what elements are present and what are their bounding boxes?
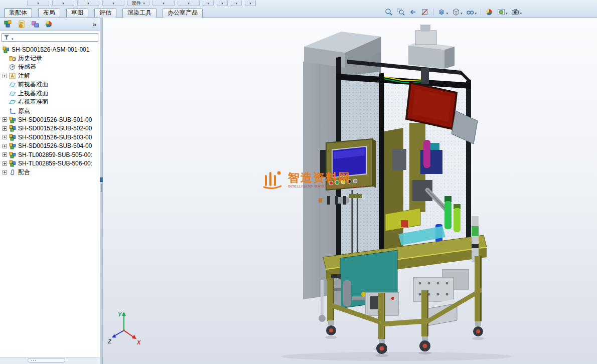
plane-icon [9, 81, 16, 88]
subassembly-icon [9, 125, 16, 132]
subassembly-icon [9, 134, 16, 141]
tree-item-mates[interactable]: 配合 [0, 168, 100, 177]
solidworks-window: 部件 装配体 布局 草图 评估 渲染工具 办公室产品 [0, 0, 597, 364]
plane-icon [9, 99, 16, 105]
ribbon-button-stub[interactable] [27, 1, 49, 6]
expand-icon[interactable] [3, 126, 7, 131]
ribbon-button-stub[interactable] [77, 1, 99, 6]
previous-view-icon[interactable] [408, 8, 418, 17]
tree-item-origin[interactable]: 原点 [0, 107, 100, 116]
command-manager: 部件 装配体 布局 草图 评估 渲染工具 办公室产品 [0, 0, 597, 18]
tree-item-top-plane[interactable]: 上视基准面 [0, 89, 100, 98]
assembly-icon [3, 46, 10, 53]
dropdown-arrow-icon [143, 1, 145, 6]
tree-item-right-plane[interactable]: 右视基准面 [0, 98, 100, 107]
annotations-icon [9, 73, 16, 79]
ribbon-button-stub[interactable] [52, 1, 74, 6]
toolbar-separator [481, 9, 481, 16]
tree-root-label: SH-SD001526-ASM-001-001 [12, 46, 89, 53]
displaymanager-icon[interactable] [44, 20, 53, 29]
ribbon-button-stub[interactable] [245, 1, 256, 6]
tab-sketch[interactable]: 草图 [66, 8, 88, 18]
dropdown-arrow-icon [520, 8, 522, 17]
dropdown-arrow-icon [249, 1, 251, 6]
featuremanager-tree-icon[interactable] [4, 20, 13, 29]
coordinate-triad: Y X Z [107, 309, 143, 347]
apply-scene-icon[interactable] [496, 7, 509, 17]
view-orientation-icon[interactable] [436, 7, 449, 17]
expand-icon[interactable] [3, 161, 7, 166]
triad-x-label: X [136, 339, 141, 345]
tree-root-assembly[interactable]: SH-SD001526-ASM-001-001 [0, 45, 100, 54]
tab-assembly[interactable]: 装配体 [4, 8, 32, 18]
tab-render-tools[interactable]: 渲染工具 [122, 8, 157, 18]
dropdown-arrow-icon [112, 1, 114, 6]
tree-item-subassembly[interactable]: SH-SD001526-SUB-504-00 [0, 142, 100, 151]
zoom-area-icon[interactable] [396, 8, 406, 17]
tree-item-annotations[interactable]: 注解 [0, 72, 100, 81]
dropdown-arrow-icon [475, 8, 477, 17]
configurationmanager-icon[interactable] [31, 20, 40, 29]
view-settings-icon[interactable] [510, 7, 523, 17]
tree-item-subassembly[interactable]: SH-SD001526-SUB-502-00 [0, 124, 100, 133]
dropdown-arrow-icon [163, 1, 165, 6]
expand-icon[interactable] [3, 74, 7, 78]
hscrollbar-thumb[interactable] [28, 358, 65, 362]
section-view-icon[interactable] [420, 8, 430, 17]
tree-item-history[interactable]: 历史记录 [0, 54, 100, 63]
ribbon-button-stub[interactable] [231, 1, 242, 6]
plane-icon [9, 90, 16, 97]
ribbon-button-stub[interactable] [102, 1, 124, 6]
triad-z-label: Z [107, 338, 112, 344]
ribbon-stub-label: 部件 [132, 0, 141, 7]
ribbon-button-stub[interactable] [217, 1, 228, 6]
dropdown-arrow-icon [506, 8, 508, 17]
tree-item-subassembly[interactable]: SH-SD001526-SUB-501-00 [0, 115, 100, 124]
ribbon-button-stub[interactable] [178, 1, 200, 6]
tab-layout[interactable]: 布局 [38, 8, 60, 18]
tree-item-sensors[interactable]: 传感器 [0, 63, 100, 72]
tree-item-subassembly[interactable]: SH-SD001526-SUB-503-00 [0, 133, 100, 142]
feature-panel-hscrollbar[interactable] [0, 357, 100, 364]
mates-icon [9, 169, 16, 175]
zoom-fit-icon[interactable] [384, 8, 394, 17]
feature-panel-toolbar: » [0, 18, 100, 31]
feature-manager-panel: » SH-SD001526-ASM-001-001 [0, 18, 100, 364]
expand-icon[interactable] [3, 117, 7, 122]
dropdown-arrow-icon [37, 1, 39, 6]
heads-up-view-toolbar [384, 7, 523, 17]
graphics-area[interactable]: 智造资料网 INTELLIGENT MANUFACTURING DATA NET… [103, 18, 597, 364]
dropdown-arrow-icon [461, 8, 463, 17]
watermark-logo-icon [261, 168, 284, 191]
filter-funnel-icon [4, 34, 10, 41]
filter-input[interactable] [2, 33, 98, 42]
ribbon-partial-buttons: 部件 [0, 0, 597, 6]
watermark-subtitle: INTELLIGENT MANUFACTURING DATA NET [288, 185, 368, 188]
tab-evaluate[interactable]: 评估 [94, 8, 116, 18]
feature-filter-row [0, 31, 100, 44]
expand-icon[interactable] [3, 144, 7, 148]
dropdown-arrow-icon [62, 1, 64, 6]
display-style-icon[interactable] [451, 7, 464, 17]
subassembly-icon [9, 142, 16, 149]
sensors-icon [9, 64, 16, 70]
origin-icon [9, 108, 16, 114]
tree-item-subassembly[interactable]: SH-TL002859-SUB-506-00: [0, 159, 100, 168]
ribbon-button-stub-component[interactable]: 部件 [127, 1, 150, 6]
propertymanager-icon[interactable] [17, 20, 26, 29]
ribbon-button-stub[interactable] [203, 1, 214, 6]
dropdown-arrow-icon [87, 1, 89, 6]
tree-item-front-plane[interactable]: 前视基准面 [0, 80, 100, 89]
ribbon-button-stub[interactable] [153, 1, 175, 6]
splitter-grip[interactable] [101, 184, 102, 192]
tree-item-subassembly[interactable]: SH-TL002859-SUB-505-00: [0, 150, 100, 159]
expand-icon[interactable] [3, 135, 7, 139]
edit-appearance-icon[interactable] [484, 8, 494, 17]
tab-office-products[interactable]: 办公室产品 [163, 8, 203, 18]
dropdown-arrow-icon [221, 1, 223, 6]
expand-icon[interactable] [3, 152, 7, 157]
panel-expand-chevron[interactable]: » [93, 21, 96, 28]
dropdown-arrow-icon [235, 1, 237, 6]
hide-show-items-icon[interactable] [465, 7, 478, 17]
expand-icon[interactable] [3, 170, 7, 174]
